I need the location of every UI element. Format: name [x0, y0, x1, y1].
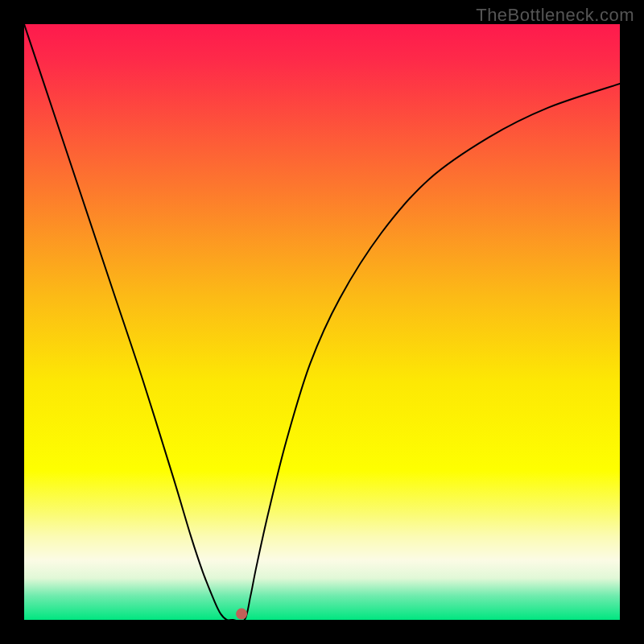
- chart-frame: TheBottleneck.com: [0, 0, 644, 644]
- plot-area: [24, 24, 620, 620]
- gradient-background: [24, 24, 620, 620]
- watermark-text: TheBottleneck.com: [476, 5, 634, 26]
- optimum-marker: [236, 609, 247, 620]
- chart-svg: [24, 24, 620, 620]
